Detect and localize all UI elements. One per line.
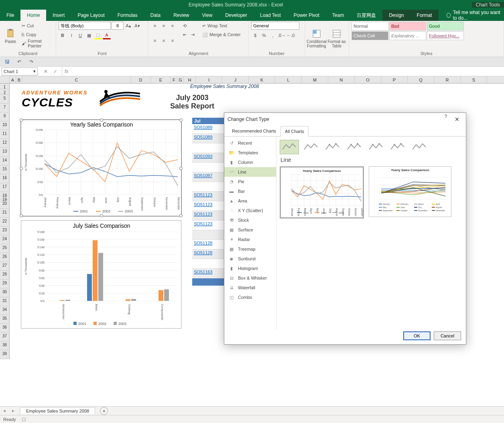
row-header-28[interactable]: 28 [0, 271, 10, 280]
tab-insert[interactable]: Insert [46, 10, 71, 21]
col-header-O[interactable]: O [355, 76, 381, 83]
percent-icon[interactable]: % [260, 31, 268, 39]
fx-icon[interactable]: fx [62, 69, 71, 74]
col-header-M[interactable]: M [302, 76, 328, 83]
row-header-2[interactable]: 2 [0, 89, 10, 95]
row-header-34[interactable]: 34 [0, 306, 10, 315]
underline-button[interactable]: U [76, 31, 84, 39]
decrease-indent-icon[interactable]: ⇤ [181, 31, 189, 39]
tab-formulas[interactable]: Formulas [111, 10, 144, 21]
order-link[interactable]: SO51123 [194, 202, 212, 207]
row-header-27[interactable]: 27 [0, 262, 10, 271]
line-subtype-6[interactable] [410, 140, 429, 154]
tab-data[interactable]: Data [144, 10, 167, 21]
chart-preview-2[interactable]: Yearly Sales Comparison JanuaryFebruaryM… [369, 166, 451, 217]
cell-styles-gallery[interactable]: Normal Bad Good Check Cell Explanatory .… [352, 22, 464, 50]
line-subtype-0[interactable] [280, 140, 299, 154]
chart-category-waterfall[interactable]: ⇊Waterfall [224, 283, 276, 292]
decrease-decimal-icon[interactable]: ←.0 [287, 31, 295, 39]
dialog-help-button[interactable]: ? [440, 114, 451, 125]
chart-category-stock[interactable]: ⛃Stock [224, 215, 276, 225]
chart-category-column[interactable]: ▮Column [224, 157, 276, 167]
line-subtype-4[interactable] [366, 140, 386, 154]
row-header-5[interactable]: 5 [0, 95, 10, 104]
row-header-10[interactable]: 10 [0, 121, 10, 130]
col-header-R[interactable]: R [434, 76, 461, 83]
line-subtype-2[interactable] [323, 140, 342, 154]
col-header-P[interactable]: P [381, 76, 408, 83]
enter-formula-icon[interactable]: ✓ [51, 67, 59, 76]
tab-baidu[interactable]: 百度网盘 [350, 10, 382, 21]
style-good[interactable]: Good [427, 22, 464, 31]
row-header-13[interactable]: 13 [0, 148, 10, 157]
style-followed-hyperlink[interactable]: Followed Hyp... [427, 31, 464, 40]
align-left-icon[interactable]: ≡ [151, 37, 159, 45]
conditional-formatting-button[interactable]: Conditional Formatting [307, 22, 326, 55]
yearly-sales-chart[interactable]: Yearly Sales Comparison'S'0'S'50'S'100'S… [21, 120, 181, 216]
order-link[interactable]: SO51128 [194, 250, 212, 255]
row-header-26[interactable]: 26 [0, 253, 10, 262]
row-header-7[interactable]: 7 [0, 104, 10, 112]
row-header-29[interactable]: 29 [0, 280, 10, 288]
chart-category-surface[interactable]: ▦Surface [224, 225, 276, 235]
dialog-tab-recommended[interactable]: Recommended Charts [228, 126, 280, 136]
orientation-icon[interactable]: ⟲ [181, 22, 189, 30]
col-header-I[interactable]: I [196, 76, 222, 83]
july-sales-chart[interactable]: July Sales Comparison'S'0'S'20'S'40'S'60… [21, 220, 181, 329]
wrap-text-button[interactable]: ↵Wrap Text [201, 22, 242, 30]
line-subtype-1[interactable] [301, 140, 321, 154]
style-explanatory[interactable]: Explanatory ... [389, 31, 426, 40]
chart-category-recent[interactable]: ↺Recent [224, 138, 276, 148]
col-header-J[interactable]: J [222, 76, 249, 83]
increase-font-icon[interactable]: A▴ [124, 22, 132, 30]
fill-color-button[interactable]: ⬚ [94, 31, 102, 39]
col-header-F[interactable]: F [171, 76, 177, 83]
merge-center-button[interactable]: ⬜Merge & Center [201, 31, 242, 39]
col-header-S[interactable]: S [461, 76, 487, 83]
row-header-30[interactable]: 30 [0, 288, 10, 297]
line-subtype-3[interactable] [345, 140, 364, 154]
format-painter-button[interactable]: 🖌Format Painter [20, 39, 53, 47]
col-header-Q[interactable]: Q [408, 76, 434, 83]
chart-preview-1[interactable]: Yearly Sales Comparison JanuaryFebruaryM… [280, 166, 364, 219]
row-header-1[interactable]: 1 [0, 84, 10, 89]
col-header-N[interactable]: N [328, 76, 355, 83]
align-top-icon[interactable]: ≡ [151, 22, 159, 30]
italic-button[interactable]: I [67, 31, 75, 39]
copy-button[interactable]: ⎘Copy [20, 31, 53, 39]
chart-category-histogram[interactable]: ▮Histogram [224, 264, 276, 273]
chart-category-line[interactable]: 〰Line [224, 167, 276, 177]
col-header-A[interactable]: A [10, 76, 16, 83]
chart-category-bar[interactable]: ▬Bar [224, 186, 276, 196]
save-button[interactable]: 🖫 [3, 58, 11, 66]
border-button[interactable]: ▦ [85, 31, 93, 39]
order-link[interactable]: SO51128 [194, 241, 212, 245]
tab-home[interactable]: Home [20, 10, 46, 21]
row-header-21[interactable]: 21 [0, 209, 10, 218]
align-bottom-icon[interactable]: ≡ [169, 22, 177, 30]
row-header-11[interactable]: 11 [0, 130, 10, 139]
order-link[interactable]: SO51093 [194, 154, 212, 159]
chart-category-treemap[interactable]: ▦Treemap [224, 244, 276, 254]
row-header-22[interactable]: 22 [0, 218, 10, 227]
order-link[interactable]: SO51163 [194, 270, 212, 274]
tab-design[interactable]: Design [382, 10, 410, 21]
row-header-20[interactable]: 20 [0, 200, 10, 209]
col-header-E[interactable]: E [151, 76, 171, 83]
dialog-close-button[interactable]: ✕ [451, 114, 463, 125]
col-header-L[interactable]: L [275, 76, 302, 83]
tab-developer[interactable]: Developer [219, 10, 254, 21]
ok-button[interactable]: OK [403, 331, 431, 340]
col-header-C[interactable]: C [22, 76, 131, 83]
cut-button[interactable]: ✂Cut [20, 22, 53, 30]
cancel-button[interactable]: Cancel [434, 331, 461, 340]
chart-category-sunburst[interactable]: ◉Sunburst [224, 254, 276, 264]
row-header-17[interactable]: 17 [0, 183, 10, 192]
row-header-23[interactable]: 23 [0, 227, 10, 235]
col-header-D[interactable]: D [131, 76, 151, 83]
row-header-31[interactable]: 31 [0, 297, 10, 306]
order-link[interactable]: SO51097 [194, 173, 212, 178]
bold-button[interactable]: B [59, 31, 67, 39]
tab-load-test[interactable]: Load Test [254, 10, 287, 21]
chart-category-combo[interactable]: ◫Combo [224, 292, 276, 302]
